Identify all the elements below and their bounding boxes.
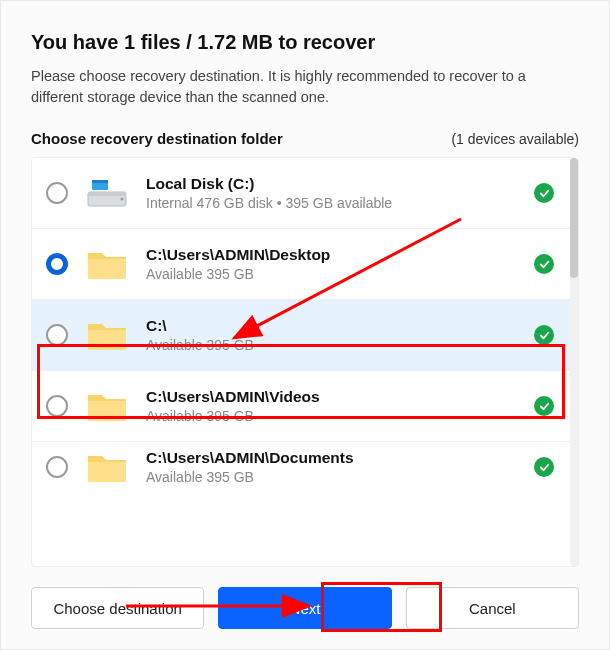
row-text: C:\ Available 395 GB <box>146 317 524 353</box>
check-ok-icon <box>534 183 554 203</box>
dialog-subtitle: Please choose recovery destination. It i… <box>31 66 579 108</box>
radio-button[interactable] <box>46 395 68 417</box>
disk-icon <box>86 172 128 214</box>
row-title: C:\Users\ADMIN\Videos <box>146 388 524 406</box>
choose-destination-button[interactable]: Choose destination <box>31 587 204 629</box>
row-title: C:\ <box>146 317 524 335</box>
cancel-button[interactable]: Cancel <box>406 587 579 629</box>
next-button[interactable]: Next <box>218 587 391 629</box>
destination-row-desktop[interactable]: C:\Users\ADMIN\Desktop Available 395 GB <box>32 229 578 300</box>
row-subtitle: Available 395 GB <box>146 266 524 282</box>
radio-button[interactable] <box>46 456 68 478</box>
row-subtitle: Available 395 GB <box>146 408 524 424</box>
row-text: C:\Users\ADMIN\Desktop Available 395 GB <box>146 246 524 282</box>
check-ok-icon <box>534 457 554 477</box>
check-ok-icon <box>534 254 554 274</box>
row-subtitle: Available 395 GB <box>146 469 524 482</box>
scrollbar-thumb[interactable] <box>570 158 578 278</box>
svg-rect-1 <box>88 192 126 196</box>
dialog-title: You have 1 files / 1.72 MB to recover <box>31 31 579 54</box>
destination-row-local-disk-c[interactable]: Local Disk (C:) Internal 476 GB disk • 3… <box>32 158 578 229</box>
svg-rect-3 <box>92 180 108 183</box>
folder-icon <box>86 385 128 427</box>
folder-icon <box>86 314 128 356</box>
recovery-destination-dialog: You have 1 files / 1.72 MB to recover Pl… <box>0 0 610 650</box>
row-text: C:\Users\ADMIN\Documents Available 395 G… <box>146 449 524 482</box>
destination-row-documents[interactable]: C:\Users\ADMIN\Documents Available 395 G… <box>32 442 578 482</box>
dialog-buttons: Choose destination Next Cancel <box>31 587 579 629</box>
destination-list: Local Disk (C:) Internal 476 GB disk • 3… <box>31 157 579 567</box>
folder-icon <box>86 446 128 482</box>
scrollbar[interactable] <box>570 158 578 566</box>
section-header: Choose recovery destination folder (1 de… <box>31 130 579 147</box>
destination-row-c-root[interactable]: C:\ Available 395 GB <box>32 300 578 371</box>
check-ok-icon <box>534 325 554 345</box>
row-text: Local Disk (C:) Internal 476 GB disk • 3… <box>146 175 524 211</box>
folder-icon <box>86 243 128 285</box>
row-subtitle: Internal 476 GB disk • 395 GB available <box>146 195 524 211</box>
radio-button[interactable] <box>46 253 68 275</box>
destination-row-videos[interactable]: C:\Users\ADMIN\Videos Available 395 GB <box>32 371 578 442</box>
radio-button[interactable] <box>46 324 68 346</box>
svg-point-4 <box>121 198 124 201</box>
radio-button[interactable] <box>46 182 68 204</box>
row-title: C:\Users\ADMIN\Documents <box>146 449 524 467</box>
devices-available-label: (1 devices available) <box>451 131 579 147</box>
row-title: Local Disk (C:) <box>146 175 524 193</box>
section-title: Choose recovery destination folder <box>31 130 283 147</box>
row-text: C:\Users\ADMIN\Videos Available 395 GB <box>146 388 524 424</box>
row-title: C:\Users\ADMIN\Desktop <box>146 246 524 264</box>
check-ok-icon <box>534 396 554 416</box>
row-subtitle: Available 395 GB <box>146 337 524 353</box>
